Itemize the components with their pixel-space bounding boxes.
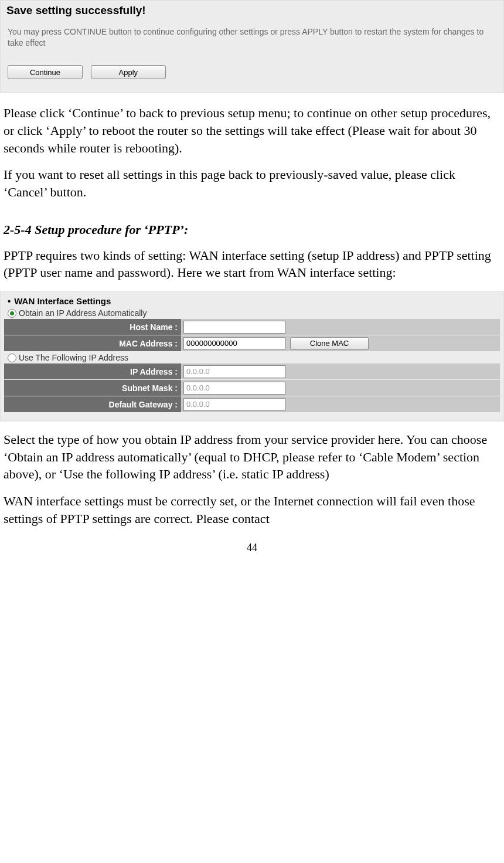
save-title: Save setting successfully!: [2, 2, 502, 21]
paragraph-select-type: Select the type of how you obtain IP add…: [0, 431, 504, 483]
default-gateway-label: Default Gateway :: [4, 396, 181, 413]
host-name-cell: [181, 319, 500, 335]
radio-checked-icon: [8, 309, 16, 318]
mac-address-input[interactable]: [183, 337, 285, 350]
section-heading-pptp: 2-5-4 Setup procedure for ‘PPTP’:: [0, 222, 504, 237]
host-name-label: Host Name :: [4, 319, 181, 335]
default-gateway-input[interactable]: [183, 398, 285, 411]
row-subnet-mask: Subnet Mask :: [4, 380, 500, 396]
paragraph-wan-warning: WAN interface settings must be correctly…: [0, 492, 504, 527]
ip-address-input[interactable]: [183, 365, 285, 378]
ip-address-cell: [181, 363, 500, 380]
paragraph-cancel: If you want to reset all settings in thi…: [0, 166, 504, 201]
ip-address-label: IP Address :: [4, 363, 181, 380]
subnet-mask-input[interactable]: [183, 382, 285, 395]
apply-button[interactable]: Apply: [91, 65, 166, 79]
page-number: 44: [0, 542, 504, 554]
paragraph-pptp-intro: PPTP requires two kinds of setting: WAN …: [0, 247, 504, 281]
paragraph-continue-apply: Please click ‘Continue’ to back to previ…: [0, 104, 504, 157]
default-gateway-cell: [181, 396, 500, 413]
row-ip-address: IP Address :: [4, 363, 500, 380]
save-description: You may press CONTINUE button to continu…: [2, 21, 502, 63]
radio-use-following[interactable]: Use The Following IP Address: [4, 352, 500, 363]
mac-address-label: MAC Address :: [4, 335, 181, 352]
mac-address-cell: Clone MAC: [181, 335, 500, 352]
bullet-icon: •: [8, 296, 11, 306]
radio-use-following-label: Use The Following IP Address: [19, 353, 128, 362]
radio-obtain-auto-label: Obtain an IP Address Automatically: [19, 308, 147, 318]
subnet-mask-cell: [181, 380, 500, 396]
save-panel: Save setting successfully! You may press…: [0, 0, 504, 93]
row-host-name: Host Name :: [4, 319, 500, 335]
subnet-mask-label: Subnet Mask :: [4, 380, 181, 396]
continue-button[interactable]: Continue: [8, 65, 83, 79]
radio-unchecked-icon: [8, 354, 16, 362]
wan-header-text: WAN Interface Settings: [14, 296, 111, 306]
row-mac-address: MAC Address : Clone MAC: [4, 335, 500, 352]
wan-interface-panel: •WAN Interface Settings Obtain an IP Add…: [0, 291, 504, 422]
clone-mac-button[interactable]: Clone MAC: [290, 337, 369, 350]
row-default-gateway: Default Gateway :: [4, 396, 500, 413]
save-button-row: Continue Apply: [2, 63, 502, 82]
radio-obtain-auto[interactable]: Obtain an IP Address Automatically: [4, 307, 500, 319]
host-name-input[interactable]: [183, 321, 285, 334]
wan-header: •WAN Interface Settings: [4, 295, 500, 307]
